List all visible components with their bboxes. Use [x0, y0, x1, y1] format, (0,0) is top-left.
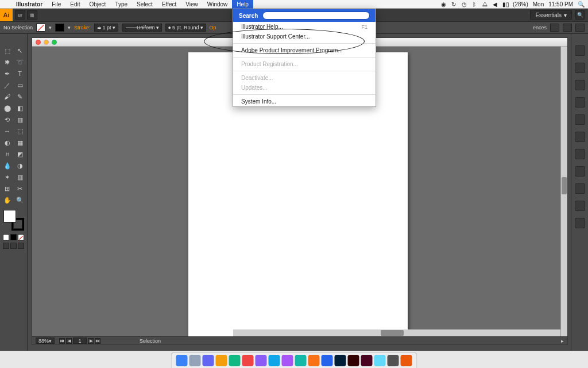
next-page-button[interactable]: ▶	[88, 338, 94, 344]
stepper-icon[interactable]: ≑	[97, 25, 102, 30]
opacity-link-fragment[interactable]: Op	[210, 25, 216, 30]
artboard-tool[interactable]: ⊞	[2, 183, 13, 194]
menu-type[interactable]: Type	[110, 0, 132, 9]
fill-color-icon[interactable]	[3, 210, 16, 223]
gradient-panel-icon[interactable]	[575, 149, 585, 159]
align-button[interactable]	[550, 24, 559, 32]
menu-view[interactable]: View	[181, 0, 203, 9]
gradient-tool[interactable]: ◩	[14, 149, 26, 159]
status-icon[interactable]: ◉	[440, 1, 446, 7]
color-panel-icon[interactable]	[575, 45, 585, 56]
bluetooth-icon[interactable]: ᛒ	[471, 1, 477, 7]
stroke-weight-field[interactable]: ≑ 1 pt ▾	[94, 24, 118, 32]
arrange-documents-button[interactable]: ▦	[27, 10, 37, 20]
rectangle-tool[interactable]: ▭	[14, 80, 26, 90]
chevron-down-icon[interactable]: ▾	[113, 25, 115, 30]
zoom-tool[interactable]: 🔍	[14, 195, 26, 205]
fill-stroke-control[interactable]	[3, 210, 24, 231]
menu-edit[interactable]: Edit	[65, 0, 84, 9]
none-mode-icon[interactable]	[18, 234, 24, 240]
menu-item-illustrator-help[interactable]: Illustrator Help... F1	[233, 22, 376, 32]
battery-icon[interactable]: ▮▯	[502, 1, 508, 7]
menu-help[interactable]: Help	[232, 0, 253, 9]
menu-select[interactable]: Select	[132, 0, 157, 9]
draw-inside-icon[interactable]	[18, 243, 24, 249]
wifi-icon[interactable]: ⧋	[482, 1, 488, 7]
clock-icon[interactable]: ◷	[461, 1, 467, 7]
draw-normal-icon[interactable]	[3, 243, 9, 249]
dock-app-icon[interactable]	[308, 355, 320, 366]
dock-app-icon[interactable]	[361, 355, 373, 366]
rotate-tool[interactable]: ⟲	[2, 114, 13, 125]
eraser-tool[interactable]: ◧	[14, 103, 26, 113]
help-search-input[interactable]	[262, 12, 370, 20]
paintbrush-tool[interactable]: 🖌	[2, 91, 13, 102]
app-search-icon[interactable]: 🔍	[575, 10, 585, 20]
pencil-tool[interactable]: ✎	[14, 91, 26, 102]
lasso-tool[interactable]: ➰	[14, 57, 26, 67]
menu-effect[interactable]: Effect	[157, 0, 181, 9]
graphic-styles-panel-icon[interactable]	[575, 201, 585, 211]
fill-swatch[interactable]	[36, 24, 45, 32]
dock-app-icon[interactable]	[322, 355, 333, 366]
spotlight-icon[interactable]: 🔍	[578, 1, 583, 7]
draw-behind-icon[interactable]	[10, 243, 17, 249]
prev-page-button[interactable]: ◀	[66, 338, 72, 344]
dock-app-icon[interactable]	[348, 355, 359, 366]
hand-tool[interactable]: ✋	[2, 195, 13, 205]
dock-app-icon[interactable]	[229, 355, 241, 366]
preferences-hint[interactable]: ences	[533, 25, 547, 30]
sync-icon[interactable]: ↻	[451, 1, 457, 7]
magic-wand-tool[interactable]: ✱	[2, 57, 13, 67]
pen-tool[interactable]: ✒	[2, 68, 13, 79]
dock-app-icon[interactable]	[203, 355, 214, 366]
menubar-app-name[interactable]: Illustrator	[11, 1, 47, 7]
dock-app-icon[interactable]	[176, 355, 188, 366]
workspace-switcher[interactable]: Essentials ▾	[530, 10, 572, 20]
menu-item-product-improvement[interactable]: Adobe Product Improvement Program...	[233, 45, 376, 55]
gradient-mode-icon[interactable]	[10, 234, 17, 240]
menu-item-support-center[interactable]: Illustrator Support Center...	[233, 32, 376, 41]
window-close-icon[interactable]	[36, 40, 41, 45]
chevron-down-icon[interactable]: ▾	[156, 25, 159, 30]
line-tool[interactable]: ／	[2, 80, 13, 90]
menu-window[interactable]: Window	[203, 0, 233, 9]
blob-brush-tool[interactable]: ⬤	[2, 103, 13, 113]
dock-app-icon[interactable]	[269, 355, 280, 366]
horizontal-scrollbar[interactable]	[233, 329, 560, 336]
chevron-down-icon[interactable]: ▾	[49, 25, 52, 30]
dock-app-icon[interactable]	[189, 355, 201, 366]
vertical-scrollbar[interactable]	[560, 47, 567, 336]
brush-field[interactable]: ● 5 pt. Round ▾	[165, 24, 206, 32]
zoom-field[interactable]: 88% ▾	[36, 338, 55, 344]
volume-icon[interactable]: ◀	[492, 1, 498, 7]
column-graph-tool[interactable]: ▥	[14, 172, 26, 182]
stroke-swatch[interactable]	[55, 24, 64, 32]
dock-app-icon[interactable]	[256, 355, 267, 366]
dock-app-icon[interactable]	[374, 355, 386, 366]
page-number-field[interactable]: 1	[73, 338, 87, 344]
slice-tool[interactable]: ✂	[14, 183, 26, 194]
symbol-sprayer-tool[interactable]: ✶	[2, 172, 13, 182]
blend-tool[interactable]: ◑	[14, 160, 26, 171]
eyedropper-tool[interactable]: 💧	[2, 160, 13, 171]
chevron-down-icon[interactable]: ▾	[200, 25, 203, 30]
window-minimize-icon[interactable]	[44, 40, 49, 45]
chevron-down-icon[interactable]: ▾	[49, 338, 52, 344]
dock-app-icon[interactable]	[242, 355, 254, 366]
selection-tool[interactable]: ⬚	[2, 45, 13, 56]
window-zoom-icon[interactable]	[52, 40, 57, 45]
free-transform-tool[interactable]: ⬚	[14, 126, 26, 136]
stroke-panel-icon[interactable]	[575, 132, 585, 142]
dock-app-icon[interactable]	[282, 355, 293, 366]
mesh-tool[interactable]: ⌗	[2, 149, 13, 159]
appearance-panel-icon[interactable]	[575, 183, 585, 194]
stroke-link[interactable]: Stroke:	[74, 25, 91, 30]
transparency-panel-icon[interactable]	[575, 166, 585, 177]
dock-app-icon[interactable]	[335, 355, 346, 366]
brushes-panel-icon[interactable]	[575, 97, 585, 108]
menu-item-system-info[interactable]: System Info...	[233, 97, 376, 106]
dock-app-icon[interactable]	[388, 355, 399, 366]
type-tool[interactable]: T	[14, 68, 26, 79]
perspective-grid-tool[interactable]: ▦	[14, 137, 26, 148]
